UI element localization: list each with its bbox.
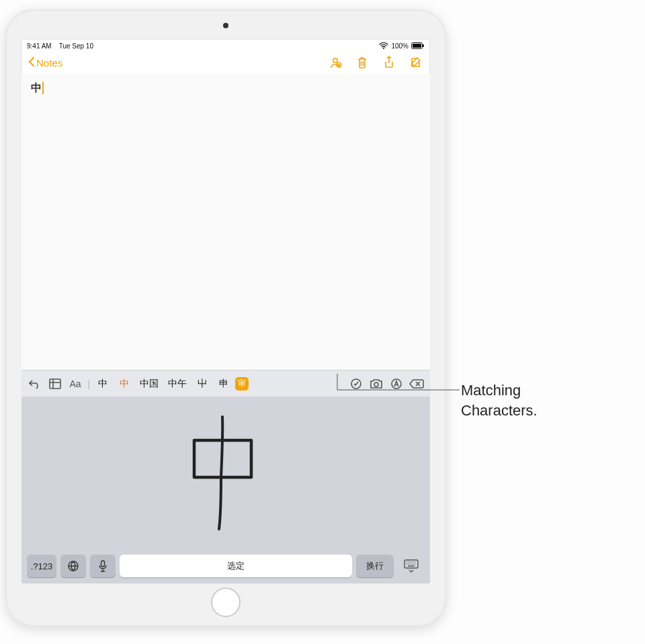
note-body[interactable]: 中 [22,74,430,370]
battery-icon [411,42,425,49]
status-left: 9:41 AM Tue Sep 10 [27,42,93,50]
callout-text: Matching Characters. [461,380,538,420]
markup-icon[interactable] [387,374,406,393]
svg-rect-6 [50,379,60,389]
candidate-bar: Aa | 中 中 中国 中午 屮 申 审 [22,370,430,397]
svg-point-0 [383,48,384,49]
nav-bar: Notes [22,51,430,74]
status-date: Tue Sep 10 [59,42,93,50]
undo-icon[interactable] [26,374,44,393]
status-time: 9:41 AM [27,42,52,50]
svg-rect-12 [101,561,105,567]
candidate-2[interactable]: 中 [114,374,134,393]
camera-icon[interactable] [367,374,386,393]
battery-pct: 100% [391,42,408,50]
back-button[interactable]: Notes [28,56,62,69]
candidate-6[interactable]: 申 [214,374,234,393]
spacebar[interactable]: 选定 [120,555,352,577]
back-label: Notes [36,57,62,69]
callout-line1: Matching [461,380,538,401]
backspace-icon[interactable] [407,374,426,393]
callout-line2: Characters. [461,401,538,421]
dismiss-keyboard-key[interactable] [398,555,425,577]
checklist-icon[interactable] [347,374,366,393]
svg-point-4 [333,58,337,63]
candidate-7[interactable]: 审 [235,377,249,391]
return-key[interactable]: 换行 [356,555,394,577]
svg-rect-3 [423,44,424,47]
svg-rect-2 [413,44,421,48]
wifi-icon [379,42,388,49]
candidate-1[interactable]: 中 [93,374,113,393]
home-button[interactable] [211,588,241,617]
status-bar: 9:41 AM Tue Sep 10 100% [22,39,430,51]
globe-key[interactable] [60,555,86,577]
screen: 9:41 AM Tue Sep 10 100% Notes [22,39,430,583]
format-icon[interactable]: Aa [66,374,85,393]
table-icon[interactable] [46,374,64,393]
handwritten-stroke [175,413,276,534]
svg-point-8 [374,383,378,387]
collaborate-button[interactable] [328,55,343,70]
divider: | [86,374,91,393]
dictation-key[interactable] [90,555,116,577]
ipad-device: 9:41 AM Tue Sep 10 100% Notes [5,9,446,627]
chevron-left-icon [28,56,35,69]
front-camera [223,23,228,28]
note-text: 中 [31,82,42,93]
symbol-key[interactable]: .?123 [27,555,56,577]
candidate-5[interactable]: 屮 [192,374,212,393]
handwriting-panel[interactable] [22,397,430,551]
keyboard-bottom-row: .?123 选定 换行 [22,551,430,583]
trash-button[interactable] [355,55,370,70]
share-button[interactable] [382,55,396,70]
text-cursor [42,82,44,94]
candidate-3[interactable]: 中国 [136,374,163,393]
compose-button[interactable] [408,55,423,70]
candidate-4[interactable]: 中午 [164,374,191,393]
status-right: 100% [379,42,425,50]
